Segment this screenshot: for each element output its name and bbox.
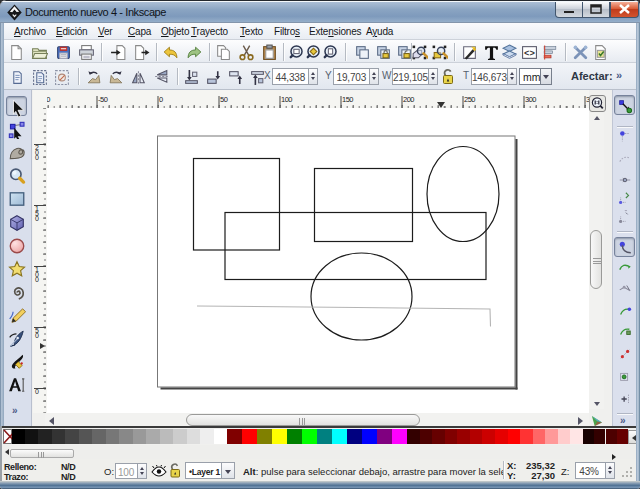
svg-text:<>: <> [524, 47, 535, 58]
